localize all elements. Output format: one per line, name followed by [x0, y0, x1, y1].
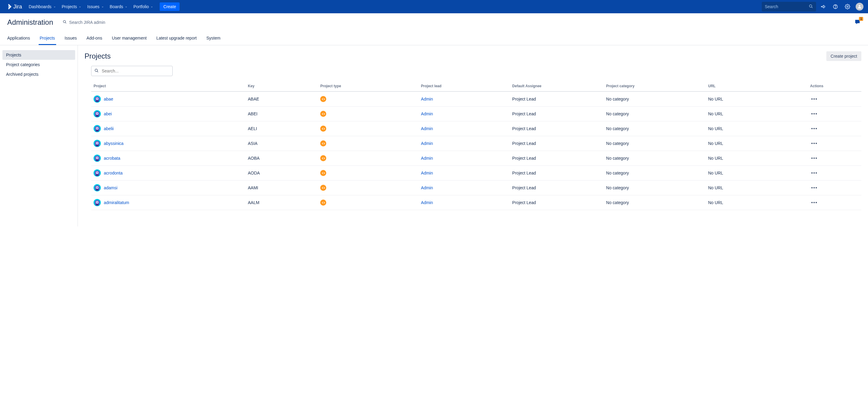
- global-nav: Jira DashboardsProjectsIssuesBoardsPortf…: [0, 0, 868, 13]
- default-assignee: Project Lead: [510, 121, 603, 136]
- global-search[interactable]: [762, 2, 816, 11]
- row-actions-button[interactable]: •••: [810, 97, 819, 101]
- project-lead-link[interactable]: Admin: [421, 171, 433, 175]
- column-header-url[interactable]: URL: [706, 81, 808, 91]
- column-header-project[interactable]: Project: [91, 81, 245, 91]
- avatar-icon: [856, 3, 864, 10]
- nav-item-boards[interactable]: Boards: [107, 0, 130, 13]
- project-lead-link[interactable]: Admin: [421, 97, 433, 101]
- row-actions-button[interactable]: •••: [810, 185, 819, 190]
- admin-tab-applications[interactable]: Applications: [6, 33, 31, 45]
- project-category: No category: [603, 121, 706, 136]
- project-type-software-icon: [320, 126, 326, 131]
- admin-tab-issues[interactable]: Issues: [63, 33, 78, 45]
- table-row: acrodontaAODAAdminProject LeadNo categor…: [91, 166, 861, 180]
- admin-tab-add-ons[interactable]: Add-ons: [85, 33, 103, 45]
- project-name-link[interactable]: acrodonta: [104, 171, 123, 175]
- search-icon: [809, 4, 813, 9]
- row-actions-button[interactable]: •••: [810, 156, 819, 160]
- nav-item-label: Dashboards: [29, 4, 52, 9]
- project-search-input[interactable]: [102, 68, 169, 73]
- project-avatar-icon: [94, 169, 101, 177]
- project-name-link[interactable]: admiralitatum: [104, 200, 129, 205]
- svg-point-38: [97, 172, 98, 173]
- admin-tab-user-management[interactable]: User management: [111, 33, 148, 45]
- help-icon[interactable]: [831, 2, 840, 11]
- nav-item-portfolio[interactable]: Portfolio: [130, 0, 156, 13]
- sidebar-item-project-categories[interactable]: Project categories: [2, 60, 75, 69]
- project-lead-link[interactable]: Admin: [421, 185, 433, 190]
- column-header-project-lead[interactable]: Project lead: [418, 81, 510, 91]
- project-type-software-icon: [320, 200, 326, 206]
- jira-logo-icon: [6, 4, 11, 9]
- svg-line-7: [65, 22, 66, 23]
- profile-avatar[interactable]: [855, 2, 864, 11]
- svg-point-4: [847, 6, 848, 7]
- column-header-actions[interactable]: Actions: [808, 81, 861, 91]
- project-lead-link[interactable]: Admin: [421, 156, 433, 160]
- svg-point-44: [95, 189, 99, 191]
- row-actions-button[interactable]: •••: [810, 200, 819, 205]
- svg-point-3: [835, 8, 835, 8]
- global-nav-right: [762, 2, 864, 11]
- svg-point-14: [95, 100, 99, 102]
- product-logo[interactable]: Jira: [4, 4, 25, 10]
- global-search-input[interactable]: [765, 4, 809, 9]
- project-lead-link[interactable]: Admin: [421, 141, 433, 146]
- page-title: Projects: [85, 52, 111, 60]
- project-avatar-icon: [94, 95, 101, 102]
- create-button[interactable]: Create: [160, 2, 180, 11]
- table-row: adamsiAAMIAdminProject LeadNo categoryNo…: [91, 180, 861, 195]
- sidebar-item-projects[interactable]: Projects: [2, 50, 75, 60]
- svg-point-23: [97, 128, 98, 129]
- row-actions-button[interactable]: •••: [810, 111, 819, 116]
- project-name-link[interactable]: acrobata: [104, 156, 120, 160]
- announce-icon[interactable]: [818, 2, 828, 11]
- default-assignee: Project Lead: [510, 166, 603, 180]
- svg-point-19: [95, 115, 99, 117]
- project-key: AOBA: [245, 151, 318, 166]
- nav-item-label: Boards: [110, 4, 123, 9]
- project-avatar-icon: [94, 199, 101, 206]
- column-header-project-category[interactable]: Project category: [603, 81, 706, 91]
- more-icon: •••: [811, 156, 817, 160]
- admin-tab-system[interactable]: System: [205, 33, 222, 45]
- chevron-down-icon: [151, 4, 153, 9]
- table-row: abeliiAELIAdminProject LeadNo categoryNo…: [91, 121, 861, 136]
- table-row: abaeABAEAdminProject LeadNo categoryNo U…: [91, 91, 861, 107]
- row-actions-button[interactable]: •••: [810, 141, 819, 146]
- project-search[interactable]: [91, 66, 173, 76]
- table-row: abyssinicaASIAAdminProject LeadNo catego…: [91, 136, 861, 151]
- project-name-link[interactable]: adamsi: [104, 185, 117, 190]
- project-lead-link[interactable]: Admin: [421, 111, 433, 116]
- project-name-link[interactable]: abae: [104, 97, 113, 101]
- admin-tab-latest-upgrade-report[interactable]: Latest upgrade report: [155, 33, 198, 45]
- more-icon: •••: [811, 185, 817, 190]
- nav-item-dashboards[interactable]: Dashboards: [26, 0, 59, 13]
- chevron-down-icon: [79, 4, 81, 9]
- nav-item-issues[interactable]: Issues: [84, 0, 106, 13]
- project-name-link[interactable]: abyssinica: [104, 141, 123, 146]
- create-project-button[interactable]: Create project: [826, 51, 861, 61]
- default-assignee: Project Lead: [510, 151, 603, 166]
- project-category: No category: [603, 107, 706, 121]
- svg-point-49: [95, 204, 99, 206]
- admin-search[interactable]: Search JIRA admin: [63, 20, 105, 25]
- feedback-icon[interactable]: 1: [854, 19, 861, 26]
- svg-point-5: [859, 5, 860, 7]
- column-header-project-type[interactable]: Project type: [318, 81, 418, 91]
- column-header-key[interactable]: Key: [245, 81, 318, 91]
- project-lead-link[interactable]: Admin: [421, 126, 433, 131]
- settings-icon[interactable]: [843, 2, 852, 11]
- project-name-link[interactable]: abelii: [104, 126, 114, 131]
- project-key: AAMI: [245, 180, 318, 195]
- column-header-default-assignee[interactable]: Default Assignee: [510, 81, 603, 91]
- nav-item-projects[interactable]: Projects: [59, 0, 85, 13]
- sidebar-item-archived-projects[interactable]: Archived projects: [2, 69, 75, 79]
- admin-tab-projects[interactable]: Projects: [39, 33, 56, 45]
- project-name-link[interactable]: abei: [104, 111, 112, 116]
- search-icon: [63, 20, 67, 25]
- row-actions-button[interactable]: •••: [810, 126, 819, 131]
- project-lead-link[interactable]: Admin: [421, 200, 433, 205]
- row-actions-button[interactable]: •••: [810, 171, 819, 175]
